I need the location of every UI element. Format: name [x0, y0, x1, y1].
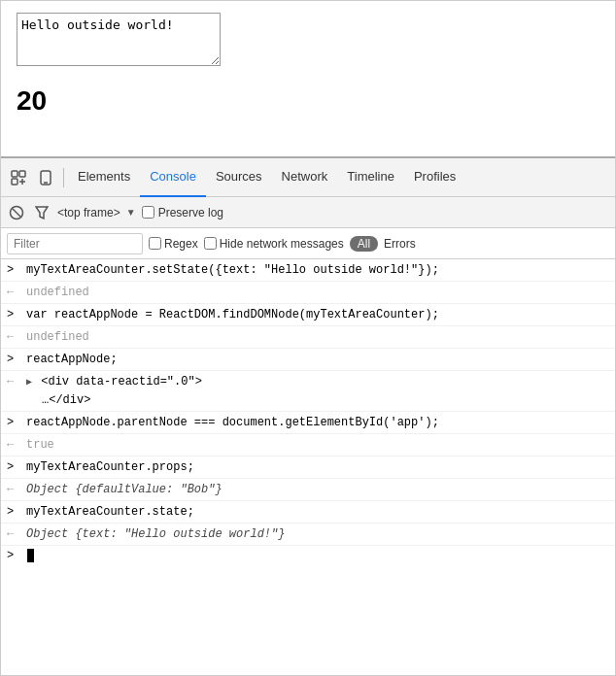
frame-selector[interactable]: <top frame> ▼	[57, 206, 136, 220]
console-line: ← undefined	[1, 282, 615, 304]
tab-network[interactable]: Network	[272, 158, 338, 197]
console-line: ← ▶ <div data-reactid=".0"> …</div>	[1, 371, 615, 412]
console-line: ← Object {text: "Hello outside world!"}	[1, 524, 615, 546]
devtools-panel: Elements Console Sources Network Timelin…	[1, 156, 615, 676]
console-prompt-out: ←	[7, 284, 22, 301]
regex-checkbox[interactable]	[149, 237, 161, 250]
console-prompt-out: ←	[7, 373, 22, 390]
preserve-log-checkbox[interactable]	[142, 206, 154, 219]
console-line: ← undefined	[1, 326, 615, 349]
inspect-icon[interactable]	[5, 164, 32, 191]
console-line: > var reactAppNode = ReactDOM.findDOMNod…	[1, 304, 615, 326]
console-cursor	[27, 549, 34, 562]
mobile-icon[interactable]	[32, 164, 59, 191]
svg-rect-0	[12, 171, 17, 177]
tab-elements[interactable]: Elements	[68, 158, 140, 197]
console-prompt: >	[7, 261, 22, 279]
hide-network-label[interactable]: Hide network messages	[204, 237, 344, 251]
console-line: > myTextAreaCounter.setState({text: "Hel…	[1, 259, 615, 282]
tab-divider	[63, 168, 64, 187]
tab-profiles[interactable]: Profiles	[404, 158, 465, 197]
preserve-log-label[interactable]: Preserve log	[142, 206, 223, 220]
tab-console[interactable]: Console	[140, 158, 206, 197]
top-area: Hello outside world! 20	[1, 1, 615, 156]
console-prompt: >	[7, 458, 22, 476]
console-prompt-out: ←	[7, 436, 22, 454]
console-line: ← true	[1, 434, 615, 456]
expand-arrow[interactable]: ▶	[26, 374, 32, 391]
all-filter-badge[interactable]: All	[350, 236, 378, 252]
clear-console-icon[interactable]	[7, 203, 26, 222]
console-prompt-out: ←	[7, 481, 22, 498]
counter-display: 20	[17, 85, 599, 117]
tab-sources[interactable]: Sources	[206, 158, 272, 197]
console-input-line[interactable]: >	[1, 546, 615, 565]
console-line: > reactAppNode.parentNode === document.g…	[1, 412, 615, 434]
devtools-filter-row: Regex Hide network messages All Errors	[1, 228, 615, 259]
console-line: ← Object {defaultValue: "Bob"}	[1, 479, 615, 501]
svg-marker-9	[36, 207, 48, 219]
console-prompt: >	[7, 549, 22, 562]
console-prompt: >	[7, 503, 22, 521]
regex-label[interactable]: Regex	[149, 237, 198, 251]
frame-dropdown-arrow: ▼	[126, 207, 136, 218]
console-line: > myTextAreaCounter.props;	[1, 456, 615, 479]
errors-filter-button[interactable]: Errors	[384, 237, 416, 251]
console-prompt-out: ←	[7, 525, 22, 543]
hide-network-checkbox[interactable]	[204, 237, 217, 250]
filter-input[interactable]	[7, 233, 143, 254]
console-output[interactable]: > myTextAreaCounter.setState({text: "Hel…	[1, 259, 615, 676]
devtools-toolbar2: <top frame> ▼ Preserve log	[1, 197, 615, 228]
devtools-tabs-row: Elements Console Sources Network Timelin…	[1, 158, 615, 197]
console-prompt-out: ←	[7, 328, 22, 346]
hello-textarea[interactable]: Hello outside world!	[17, 13, 221, 66]
filter-icon[interactable]	[32, 203, 51, 222]
console-prompt: >	[7, 414, 22, 431]
svg-rect-1	[19, 171, 25, 177]
svg-line-8	[13, 209, 20, 217]
svg-rect-2	[12, 179, 17, 185]
console-line: > myTextAreaCounter.state;	[1, 501, 615, 524]
tab-timeline[interactable]: Timeline	[337, 158, 404, 197]
console-line: > reactAppNode;	[1, 349, 615, 371]
console-prompt: >	[7, 351, 22, 368]
console-prompt: >	[7, 306, 22, 323]
textarea-wrapper: Hello outside world!	[17, 13, 221, 70]
